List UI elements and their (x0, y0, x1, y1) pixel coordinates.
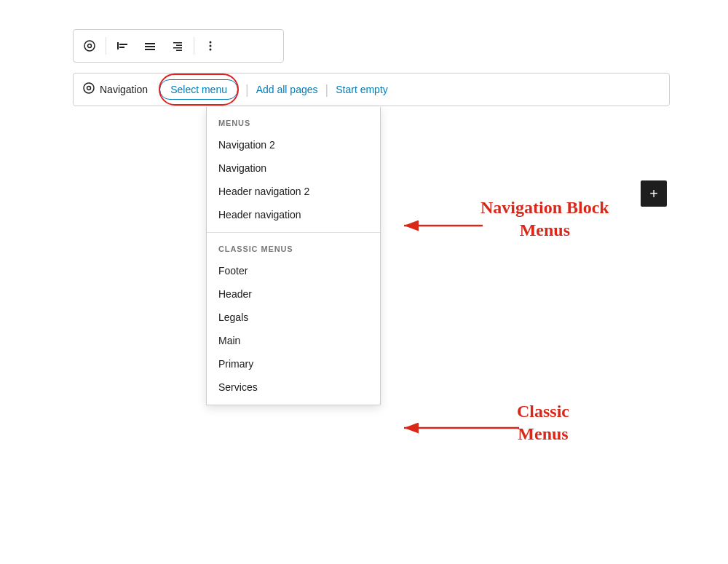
toolbar (73, 29, 284, 63)
svg-rect-11 (176, 50, 182, 52)
menu-item-services[interactable]: Services (207, 376, 380, 399)
classic-menus-arrow (397, 417, 521, 439)
navigation-title: Navigation (100, 84, 148, 95)
plus-icon: + (649, 186, 658, 202)
menu-item-header[interactable]: Header (207, 282, 380, 306)
svg-point-14 (210, 49, 212, 51)
separator-2: | (325, 82, 329, 98)
svg-rect-6 (145, 46, 155, 47)
svg-rect-9 (176, 45, 182, 47)
nav-block-menus-label: Navigation BlockMenus (480, 196, 609, 242)
add-block-button[interactable]: + (641, 180, 667, 207)
menu-dropdown: MENUS Navigation 2 Navigation Header nav… (206, 107, 381, 405)
nav-block-arrow (397, 215, 484, 237)
divider-1 (106, 37, 106, 55)
svg-point-12 (210, 41, 212, 44)
menu-item-primary[interactable]: Primary (207, 352, 380, 376)
start-empty-button[interactable]: Start empty (336, 84, 388, 95)
menu-item-header-navigation-2[interactable]: Header navigation 2 (207, 180, 380, 203)
select-menu-button[interactable]: Select menu (159, 79, 238, 100)
navigation-icon (82, 82, 95, 98)
align-center-btn[interactable] (137, 33, 163, 59)
block-settings-btn[interactable] (76, 33, 103, 59)
separator-1: | (245, 82, 249, 98)
svg-point-1 (88, 44, 92, 48)
menu-item-footer[interactable]: Footer (207, 259, 380, 282)
svg-point-13 (210, 45, 212, 47)
classic-menus-section: CLASSIC MENUS Footer Header Legals Main … (207, 233, 380, 405)
svg-point-0 (84, 41, 95, 51)
main-container: Navigation Select menu | Add all pages |… (73, 29, 670, 106)
classic-menus-header: CLASSIC MENUS (207, 242, 380, 259)
classic-menus-label: ClassicMenus (517, 400, 569, 445)
add-all-pages-button[interactable]: Add all pages (256, 84, 318, 95)
divider-2 (194, 37, 194, 55)
svg-rect-7 (145, 49, 155, 50)
svg-rect-10 (173, 47, 182, 49)
svg-point-16 (87, 87, 91, 90)
svg-rect-3 (119, 44, 127, 45)
align-left-btn[interactable] (109, 33, 135, 59)
menu-item-main[interactable]: Main (207, 329, 380, 352)
menu-item-navigation-2[interactable]: Navigation 2 (207, 133, 380, 156)
svg-rect-2 (117, 42, 119, 49)
menu-item-legals[interactable]: Legals (207, 306, 380, 329)
menu-item-navigation[interactable]: Navigation (207, 156, 380, 180)
navigation-bar: Navigation Select menu | Add all pages |… (73, 73, 670, 106)
svg-point-15 (84, 83, 94, 93)
menus-section: MENUS Navigation 2 Navigation Header nav… (207, 107, 380, 233)
svg-rect-8 (173, 42, 182, 44)
svg-rect-5 (145, 43, 155, 44)
menus-section-header: MENUS (207, 116, 380, 133)
menu-item-header-navigation[interactable]: Header navigation (207, 203, 380, 226)
svg-rect-4 (119, 47, 124, 48)
align-right-btn[interactable] (165, 33, 191, 59)
more-options-btn[interactable] (197, 33, 223, 59)
